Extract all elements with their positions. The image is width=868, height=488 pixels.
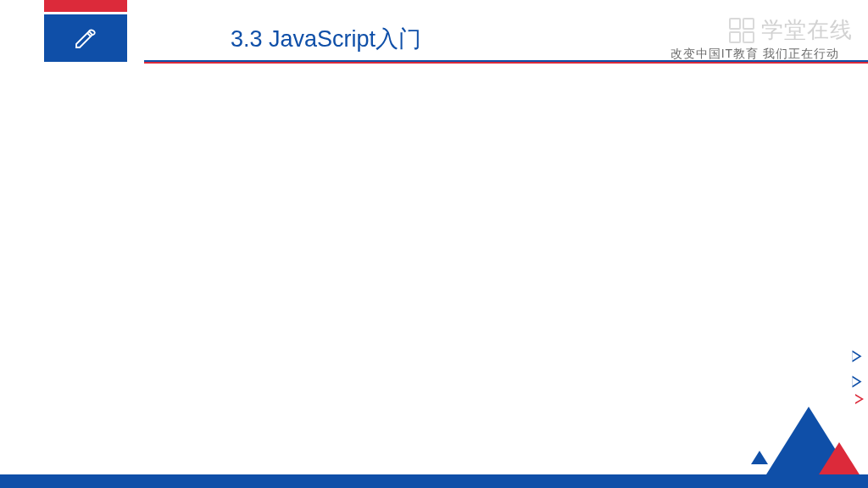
footer-bar bbox=[0, 474, 868, 488]
pencil-icon bbox=[72, 25, 99, 52]
accent-blue-tab bbox=[44, 14, 127, 62]
watermark: 学堂在线 bbox=[727, 15, 853, 45]
watermark-text: 学堂在线 bbox=[761, 15, 853, 45]
divider-red bbox=[144, 62, 868, 64]
svg-rect-3 bbox=[743, 32, 754, 42]
svg-rect-2 bbox=[730, 32, 740, 42]
slide-title: 3.3 JavaScript入门 bbox=[231, 24, 421, 54]
decor-arrow-icon bbox=[853, 376, 862, 388]
svg-rect-1 bbox=[743, 19, 754, 29]
decor-arrow-red-icon bbox=[855, 394, 864, 404]
watermark-logo-icon bbox=[727, 16, 756, 45]
svg-rect-0 bbox=[730, 19, 740, 29]
accent-red-tab bbox=[44, 0, 127, 12]
decor-arrow-icon bbox=[853, 351, 862, 363]
